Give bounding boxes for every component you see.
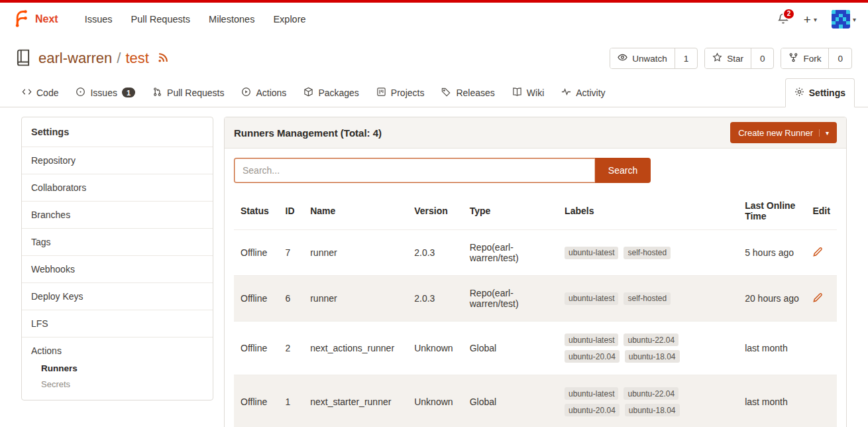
play-circle-icon [241,87,251,99]
fork-icon [788,52,798,64]
runner-label: ubuntu-18.04 [625,404,680,416]
runner-type: Repo(earl-warren/test) [463,230,558,276]
tab-releases[interactable]: Releases [433,78,503,107]
tab-projects[interactable]: Projects [368,78,433,107]
sidebar-item-runners[interactable]: Runners [41,363,203,373]
runner-type: Global [463,322,558,375]
sidebar-item-lfs[interactable]: LFS [22,310,213,337]
tab-actions[interactable]: Actions [233,78,295,107]
fork-button[interactable]: Fork [781,48,828,68]
runner-last-online: 5 hours ago [738,230,806,276]
create-runner-button[interactable]: Create new Runner ▾ [730,122,837,143]
runner-status: Offline [234,230,279,276]
runner-labels: ubuntu-latest ubuntu-22.04 ubuntu-20.04 … [558,322,738,375]
tab-packages[interactable]: Packages [295,78,367,107]
repo-owner-link[interactable]: earl-warren [38,50,112,67]
runner-version: Unknown [407,375,463,427]
repo-icon [15,49,32,68]
nav-link-issues[interactable]: Issues [85,14,113,25]
caret-down-icon: ▾ [853,16,856,23]
table-header-row: Status ID Name Version Type Labels Last … [234,192,837,230]
sidebar-item-collaborators[interactable]: Collaborators [22,174,213,201]
forgejo-logo-icon [12,9,30,30]
runner-labels: ubuntu-latest ubuntu-22.04 ubuntu-20.04 … [558,375,738,427]
tab-label: Packages [318,88,358,98]
runner-name: next_starter_runner [303,375,407,427]
tab-activity[interactable]: Activity [553,78,614,107]
user-menu-button[interactable]: ▾ [832,10,856,29]
nav-link-explore[interactable]: Explore [273,14,305,25]
sidebar-title: Settings [22,117,213,147]
sidebar-item-secrets[interactable]: Secrets [41,379,203,389]
search-button[interactable]: Search [595,158,651,183]
col-header-id: ID [279,192,304,230]
sidebar-item-tags[interactable]: Tags [22,228,213,255]
runner-label: ubuntu-latest [565,334,618,346]
eye-icon [618,52,627,64]
edit-runner-button[interactable] [812,247,823,257]
book-icon [512,87,522,99]
rss-icon[interactable] [158,50,169,67]
tab-label: Code [36,88,58,98]
sidebar-item-branches[interactable]: Branches [22,201,213,228]
edit-runner-button[interactable] [812,292,823,303]
table-row: Offline 1 next_starter_runner Unknown Gl… [234,375,837,427]
tag-icon [441,87,451,99]
plus-icon: + [804,13,811,26]
table-row: Offline 7 runner 2.0.3 Repo(earl-warren/… [234,230,837,276]
tab-label: Issues [90,88,117,98]
runner-label: ubuntu-latest [565,292,618,305]
unwatch-button[interactable]: Unwatch [610,48,675,68]
runner-labels: ubuntu-latest self-hosted [558,276,738,322]
watch-button-group: Unwatch 1 [610,48,698,69]
star-button[interactable]: Star [705,48,751,68]
runners-panel: Runners Management (Total: 4) Create new… [224,117,847,427]
runner-type: Global [463,375,558,427]
runner-label: ubuntu-20.04 [565,404,620,416]
col-header-version: Version [407,192,463,230]
runner-version: Unknown [407,322,463,375]
runner-label: self-hosted [624,292,671,305]
runner-last-online: last month [738,322,806,375]
tab-label: Pull Requests [167,88,224,98]
runner-status: Offline [234,322,279,375]
home-link[interactable]: Next [12,9,58,30]
tab-wiki[interactable]: Wiki [504,78,553,107]
tab-pull-requests[interactable]: Pull Requests [144,78,233,107]
avatar [832,10,850,29]
watchers-count[interactable]: 1 [675,48,698,68]
forks-count[interactable]: 0 [828,48,851,68]
runner-version: 2.0.3 [407,276,463,322]
pulse-icon [561,87,571,99]
runner-search-bar: Search [234,158,837,183]
tab-label: Activity [576,88,605,98]
tab-label: Releases [456,88,494,98]
sidebar-item-repository[interactable]: Repository [22,147,213,174]
sidebar-item-actions[interactable]: Actions [31,345,203,356]
runner-status: Offline [234,375,279,427]
sidebar-item-deploy-keys[interactable]: Deploy Keys [22,282,213,310]
sidebar-item-webhooks[interactable]: Webhooks [22,255,213,282]
runner-label: ubuntu-18.04 [625,350,680,363]
nav-link-pull-requests[interactable]: Pull Requests [131,14,190,25]
runner-last-online: last month [738,375,806,427]
runner-id: 2 [279,322,304,375]
star-icon [712,52,722,64]
runner-status: Offline [234,276,279,322]
notifications-button[interactable]: 2 [777,13,789,27]
tab-label: Projects [391,88,425,98]
stars-count[interactable]: 0 [751,48,774,68]
top-navbar: Next Issues Pull Requests Milestones Exp… [0,3,868,36]
repo-header: earl-warren / test Unwatch 1 [0,36,868,78]
create-menu-button[interactable]: + ▾ [804,13,817,26]
nav-link-milestones[interactable]: Milestones [209,14,254,25]
tab-code[interactable]: Code [13,78,67,107]
repo-title-separator: / [117,50,121,67]
package-icon [303,87,313,99]
search-input[interactable] [234,158,595,183]
runner-label: ubuntu-22.04 [624,387,678,400]
tab-issues[interactable]: Issues 1 [67,78,144,107]
tab-settings[interactable]: Settings [785,78,855,107]
project-board-icon [376,87,386,99]
repo-name-link[interactable]: test [125,50,148,67]
